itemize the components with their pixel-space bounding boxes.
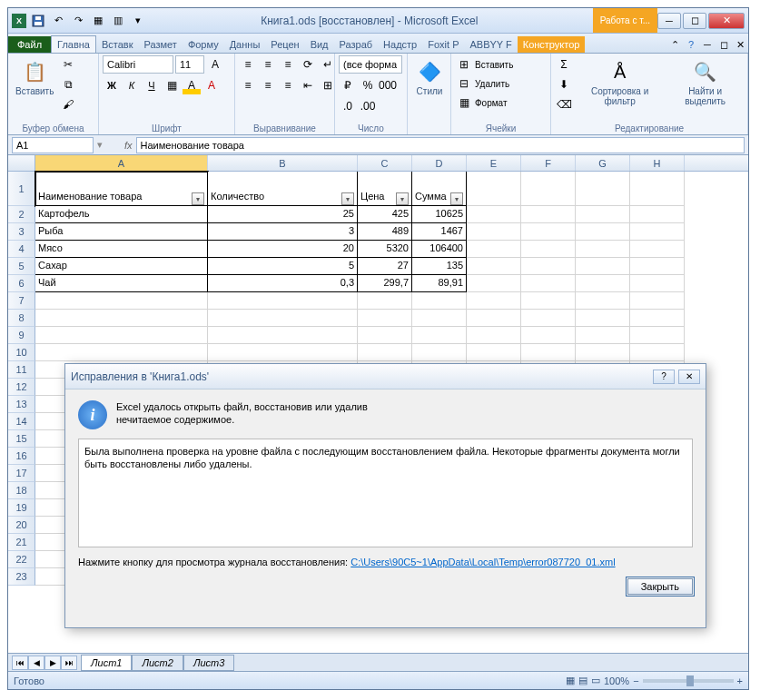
cell[interactable]: 89,91 <box>412 275 467 292</box>
cell[interactable]: 20 <box>208 241 358 258</box>
cell[interactable] <box>521 275 576 292</box>
tab-first-icon[interactable]: ⏮ <box>12 656 28 670</box>
cell[interactable] <box>467 344 521 361</box>
formula-bar[interactable]: Наименование товара <box>136 137 745 153</box>
cell[interactable]: Чай <box>35 275 208 292</box>
cell[interactable] <box>521 327 576 344</box>
cell[interactable] <box>412 292 467 310</box>
dialog-close-btn[interactable]: Закрыть <box>627 578 693 595</box>
cell[interactable] <box>630 344 685 361</box>
cell[interactable] <box>576 275 630 292</box>
cell[interactable] <box>521 206 576 223</box>
dialog-log-link[interactable]: C:\Users\90C5~1\AppData\Local\Temp\error… <box>350 557 615 567</box>
sheet-tab[interactable]: Лист3 <box>183 655 234 671</box>
cell[interactable]: 489 <box>358 223 412 241</box>
row-header[interactable]: 3 <box>8 223 35 241</box>
format-cells-icon[interactable]: ▦ <box>455 94 473 112</box>
cell[interactable]: Цена▾ <box>358 172 412 206</box>
maximize-button[interactable]: ◻ <box>683 13 706 29</box>
fill-color-icon[interactable]: A <box>183 76 201 94</box>
cell[interactable] <box>467 327 521 344</box>
number-format-combo[interactable]: (все форма <box>339 55 402 74</box>
close-button[interactable]: ✕ <box>708 13 745 29</box>
cell[interactable] <box>467 241 521 258</box>
cell[interactable]: Сахар <box>35 258 208 275</box>
view-tab[interactable]: Вид <box>305 36 334 53</box>
grow-font-icon[interactable]: A <box>206 55 224 74</box>
filter-icon[interactable]: ▾ <box>450 192 463 205</box>
undo-icon[interactable]: ↶ <box>50 13 66 29</box>
file-tab[interactable]: Файл <box>8 36 51 53</box>
cell[interactable]: 299,7 <box>358 275 412 292</box>
minimize-button[interactable]: ─ <box>657 13 681 29</box>
dev-tab[interactable]: Разраб <box>334 36 379 53</box>
cell[interactable] <box>358 327 412 344</box>
align-right-icon[interactable]: ≡ <box>279 76 297 94</box>
cell[interactable]: 1467 <box>412 223 467 241</box>
row-header[interactable]: 7 <box>8 292 35 310</box>
cell[interactable] <box>576 223 630 241</box>
col-header-G[interactable]: G <box>576 155 630 171</box>
cell[interactable] <box>576 258 630 275</box>
cell[interactable] <box>358 344 412 361</box>
merge-icon[interactable]: ⊞ <box>319 76 337 94</box>
delete-cells-icon[interactable]: ⊟ <box>455 74 473 93</box>
addins-tab[interactable]: Надстр <box>378 36 422 53</box>
cell[interactable] <box>358 310 412 327</box>
zoom-level[interactable]: 100% <box>604 675 629 686</box>
tab-prev-icon[interactable]: ◀ <box>28 656 44 670</box>
cell[interactable] <box>521 310 576 327</box>
cell[interactable]: Мясо <box>35 241 208 258</box>
fx-icon[interactable]: fx <box>124 140 133 151</box>
zoom-out-icon[interactable]: − <box>633 675 638 686</box>
doc-restore-icon[interactable]: ◻ <box>716 36 732 53</box>
help-icon[interactable]: ? <box>683 36 699 53</box>
col-header-H[interactable]: H <box>630 155 685 171</box>
col-header-B[interactable]: B <box>208 155 358 171</box>
autosum-icon[interactable]: Σ <box>555 55 573 74</box>
cell[interactable] <box>412 344 467 361</box>
cell[interactable] <box>208 310 358 327</box>
italic-icon[interactable]: К <box>123 76 141 94</box>
doc-min-icon[interactable]: ─ <box>699 36 716 53</box>
cell[interactable]: 25 <box>208 206 358 223</box>
sheet-tab[interactable]: Лист2 <box>132 655 183 671</box>
cell[interactable] <box>630 206 685 223</box>
cell[interactable] <box>630 172 685 206</box>
cell[interactable] <box>521 258 576 275</box>
cell[interactable] <box>630 292 685 310</box>
row-header[interactable]: 8 <box>8 310 35 327</box>
percent-icon[interactable]: % <box>359 76 377 94</box>
view-break-icon[interactable]: ▭ <box>591 675 600 686</box>
insert-cells-icon[interactable]: ⊞ <box>455 55 473 74</box>
cell[interactable] <box>467 223 521 241</box>
qat-icon2[interactable]: ▥ <box>110 13 126 29</box>
cell[interactable]: 106400 <box>412 241 467 258</box>
cell[interactable] <box>576 310 630 327</box>
row-header[interactable]: 19 <box>8 499 35 517</box>
styles-button[interactable]: 🔷Стили <box>411 55 448 98</box>
row-header[interactable]: 21 <box>8 534 35 551</box>
col-header-E[interactable]: E <box>467 155 521 171</box>
row-header[interactable]: 23 <box>8 568 35 586</box>
view-layout-icon[interactable]: ▤ <box>578 675 587 686</box>
redo-icon[interactable]: ↷ <box>70 13 86 29</box>
row-header[interactable]: 13 <box>8 396 35 413</box>
minimize-ribbon-icon[interactable]: ⌃ <box>666 36 683 53</box>
row-header[interactable]: 5 <box>8 258 35 275</box>
cell[interactable]: 0,3 <box>208 275 358 292</box>
align-center-icon[interactable]: ≡ <box>259 76 277 94</box>
cell[interactable] <box>521 223 576 241</box>
col-header-A[interactable]: A <box>35 155 208 171</box>
copy-icon[interactable]: ⧉ <box>59 75 77 94</box>
cell[interactable]: 10625 <box>412 206 467 223</box>
col-header-D[interactable]: D <box>412 155 467 171</box>
cell[interactable]: Сумма▾ <box>412 172 467 206</box>
font-name-combo[interactable]: Calibri <box>103 55 173 74</box>
cell[interactable] <box>576 327 630 344</box>
currency-icon[interactable]: ₽ <box>339 76 357 94</box>
cell[interactable]: 5 <box>208 258 358 275</box>
row-header[interactable]: 12 <box>8 379 35 396</box>
row-header[interactable]: 16 <box>8 448 35 465</box>
cell[interactable] <box>521 292 576 310</box>
